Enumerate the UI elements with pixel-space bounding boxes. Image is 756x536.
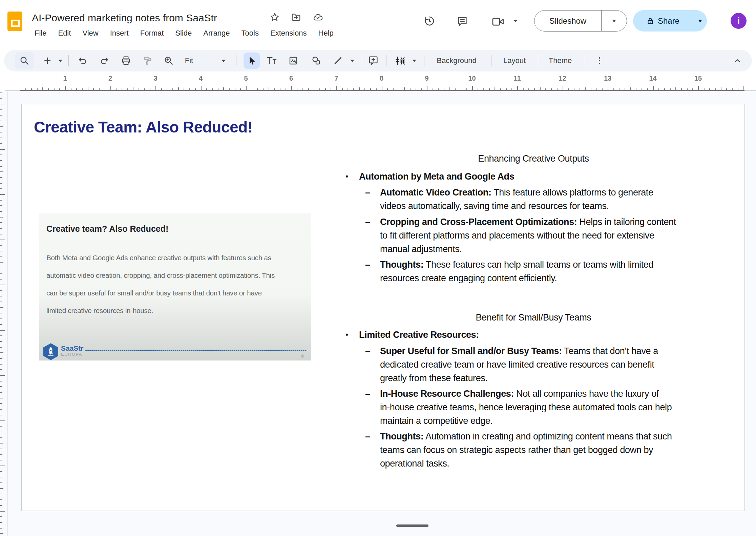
menu-slide[interactable]: Slide	[170, 28, 196, 39]
select-tool-button[interactable]	[244, 53, 260, 69]
move-folder-icon[interactable]	[291, 12, 301, 22]
new-slide-caret-icon[interactable]	[58, 60, 62, 62]
bullet-text: Limited Creative Resources:	[359, 328, 479, 342]
share-options-button[interactable]	[693, 10, 707, 32]
background-button[interactable]: Background	[428, 50, 485, 71]
menu-format[interactable]: Format	[135, 28, 169, 39]
sub-bullet-text: Thoughts: These features can help small …	[380, 258, 726, 285]
saastr-logo-text: SaaStr	[61, 344, 84, 352]
layout-label: Layout	[503, 56, 526, 65]
menu-insert[interactable]: Insert	[105, 28, 133, 39]
menu-file[interactable]: File	[30, 28, 51, 39]
bullet-item[interactable]: • Automation by Meta and Google Ads	[345, 170, 732, 183]
slide-title[interactable]: Creative Team: Also Reduced!	[34, 118, 253, 136]
search-menus-button[interactable]	[15, 52, 34, 69]
share-button-group: Share	[633, 10, 707, 32]
input-tools-button[interactable]	[392, 50, 408, 71]
background-label: Background	[437, 56, 476, 65]
horizontal-ruler[interactable]: 123456789101112131415	[0, 79, 756, 91]
slideshow-label: Slideshow	[549, 16, 586, 26]
account-avatar[interactable]: i	[731, 13, 747, 29]
insert-image-button[interactable]	[285, 50, 301, 71]
section-heading-1[interactable]: Enhancing Creative Outputs	[340, 152, 727, 165]
screenshot-heading: Creative team? Also Reduced!	[46, 224, 168, 234]
new-slide-button[interactable]: +	[41, 50, 54, 71]
sub-bullet-item[interactable]: – Cropping and Cross-Placement Optimizat…	[365, 215, 728, 256]
slideshow-button[interactable]: Slideshow	[534, 11, 601, 31]
ruler-border	[7, 91, 7, 536]
slides-logo-glyph	[11, 20, 20, 27]
slideshow-options-button[interactable]	[601, 11, 627, 31]
more-icon	[599, 57, 600, 64]
redo-button[interactable]	[97, 50, 112, 71]
lock-icon	[646, 17, 654, 25]
camera-options-caret-icon[interactable]	[513, 20, 518, 22]
share-button[interactable]: Share	[633, 10, 693, 32]
version-history-icon[interactable]	[423, 15, 436, 27]
dash-marker: –	[365, 186, 380, 213]
line-caret-icon[interactable]	[350, 60, 354, 62]
text-box-button[interactable]: TT	[264, 50, 280, 71]
select-cursor-icon	[247, 56, 256, 65]
comments-icon[interactable]	[457, 16, 468, 27]
zoom-caret-icon[interactable]	[222, 60, 226, 62]
menu-tools[interactable]: Tools	[237, 28, 264, 39]
bullet-item[interactable]: • Limited Creative Resources:	[345, 328, 732, 342]
theme-label: Theme	[549, 56, 572, 65]
sub-bullet-item[interactable]: – Automatic Video Creation: This feature…	[365, 186, 728, 213]
saastr-logo-icon	[43, 343, 59, 360]
chevron-up-icon	[733, 56, 742, 65]
google-slides-app: AI-Powered marketing notes from SaaStr F…	[0, 0, 756, 536]
share-label: Share	[658, 16, 679, 26]
bullet-text: Automation by Meta and Google Ads	[359, 170, 514, 183]
star-icon[interactable]	[270, 12, 280, 22]
slides-logo[interactable]	[7, 12, 22, 31]
input-tools-caret-icon[interactable]	[412, 60, 416, 62]
section-heading-2[interactable]: Benefit for Small/Busy Teams	[340, 311, 727, 324]
bullet-marker: •	[345, 170, 359, 183]
dash-marker: –	[365, 344, 380, 385]
bullet-marker: •	[345, 328, 359, 342]
dash-marker: –	[365, 387, 380, 428]
sub-bullet-text: Super Useful for Small and/or Busy Teams…	[380, 344, 726, 385]
menu-extensions[interactable]: Extensions	[266, 28, 312, 39]
document-title[interactable]: AI-Powered marketing notes from SaaStr	[32, 12, 217, 24]
dash-marker: –	[365, 258, 380, 285]
cloud-saved-icon[interactable]	[312, 12, 324, 22]
sub-bullet-text: In-House Resource Challenges: Not all co…	[380, 387, 726, 428]
zoom-select[interactable]: Fit	[181, 50, 197, 71]
theme-button[interactable]: Theme	[543, 50, 578, 71]
sub-bullet-text: Automatic Video Creation: This feature a…	[380, 186, 726, 213]
insert-line-button[interactable]	[330, 50, 346, 71]
speaker-notes-drag-handle[interactable]	[396, 524, 428, 527]
sub-bullet-item[interactable]: – Thoughts: Automation in creating and o…	[365, 430, 728, 470]
print-button[interactable]	[119, 50, 133, 71]
zoom-value: Fit	[185, 56, 193, 65]
input-tools-icon	[395, 55, 406, 66]
vertical-ruler[interactable]	[0, 0, 7, 536]
menu-view[interactable]: View	[78, 28, 103, 39]
insert-comment-button[interactable]	[365, 50, 381, 71]
saastr-logo-subtext: EUROPA	[61, 352, 82, 357]
sub-bullet-text: Cropping and Cross-Placement Optimizatio…	[380, 215, 726, 256]
dash-marker: –	[365, 430, 380, 470]
text-box-icon: TT	[267, 55, 277, 66]
meet-camera-icon[interactable]	[492, 16, 505, 27]
sub-bullet-item[interactable]: – Thoughts: These features can help smal…	[365, 258, 728, 285]
collapse-toolbar-button[interactable]	[729, 50, 746, 71]
chevron-down-icon	[612, 20, 616, 22]
paint-format-button[interactable]	[140, 50, 155, 71]
embedded-screenshot-image[interactable]: Creative team? Also Reduced! Both Meta a…	[39, 213, 311, 360]
more-options-button[interactable]	[592, 50, 607, 71]
insert-shape-button[interactable]	[308, 50, 324, 71]
undo-button[interactable]	[75, 50, 90, 71]
sub-bullet-item[interactable]: – In-House Resource Challenges: Not all …	[365, 387, 728, 428]
menu-arrange[interactable]: Arrange	[198, 28, 234, 39]
avatar-initial: i	[737, 16, 740, 26]
sub-bullet-item[interactable]: – Super Useful for Small and/or Busy Tea…	[365, 344, 728, 385]
layout-button[interactable]: Layout	[496, 50, 533, 71]
menu-help[interactable]: Help	[314, 28, 338, 39]
menu-edit[interactable]: Edit	[53, 28, 76, 39]
dash-marker: –	[365, 215, 380, 256]
zoom-in-button[interactable]	[161, 50, 176, 71]
